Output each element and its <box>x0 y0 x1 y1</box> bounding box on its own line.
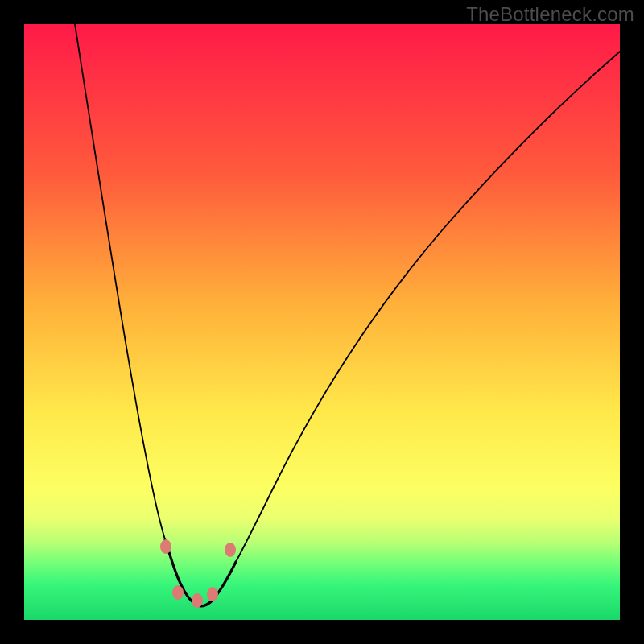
chart-frame: TheBottleneck.com <box>0 0 644 644</box>
marker-point <box>207 587 218 601</box>
plot-area <box>24 24 620 620</box>
marker-point <box>192 593 203 608</box>
curve-layer <box>24 24 620 620</box>
bottleneck-curve <box>75 24 620 606</box>
watermark-text: TheBottleneck.com <box>466 3 634 26</box>
marker-point <box>160 539 171 554</box>
marker-point <box>172 585 184 600</box>
marker-point <box>225 543 236 557</box>
